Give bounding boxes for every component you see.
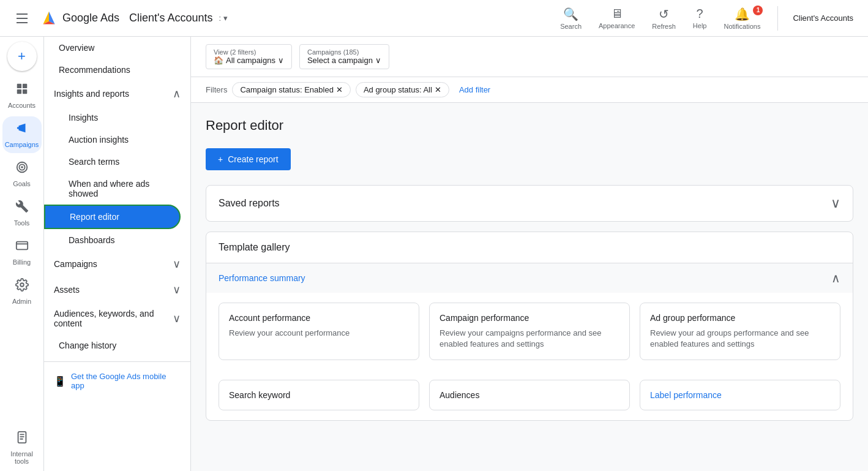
hamburger-icon xyxy=(17,13,28,23)
search-keyword-card[interactable]: Search keyword xyxy=(219,380,419,410)
nav-section-audiences[interactable]: Audiences, keywords, and content ∨ xyxy=(44,303,190,334)
appearance-nav-icon: 🖥 xyxy=(611,7,623,21)
campaign-status-chip-label: Campaign status: Enabled xyxy=(240,85,333,94)
icon-rail: + Accounts Campaigns Goals Tools xyxy=(0,37,44,471)
mobile-app-icon: 📱 xyxy=(54,375,66,387)
internal-tools-icon xyxy=(15,431,29,448)
nav-sidebar: Overview Recommendations Insights and re… xyxy=(44,37,191,471)
title-dropdown[interactable]: : ▾ xyxy=(219,13,228,23)
nav-when-where[interactable]: When and where ads showed xyxy=(44,173,190,205)
label-performance-card[interactable]: Label performance xyxy=(640,380,840,410)
svg-rect-5 xyxy=(22,84,26,88)
sidebar-item-admin[interactable]: Admin xyxy=(2,273,42,310)
search-nav-button[interactable]: 🔍 Search xyxy=(553,4,589,32)
create-report-button[interactable]: + Create report xyxy=(206,148,291,170)
goals-icon xyxy=(15,160,29,178)
nav-auction-insights-label: Auction insights xyxy=(69,135,129,145)
appearance-nav-button[interactable]: 🖥 Appearance xyxy=(591,4,642,32)
goals-label: Goals xyxy=(13,180,31,187)
hamburger-button[interactable] xyxy=(10,6,34,31)
nav-change-history[interactable]: Change history xyxy=(44,334,190,356)
content-header: View (2 filters) 🏠 All campaigns ∨ Campa… xyxy=(191,37,868,77)
view-filter-dropdown[interactable]: View (2 filters) 🏠 All campaigns ∨ xyxy=(206,44,292,69)
mobile-app-text: Get the Google Ads mobile app xyxy=(71,372,181,390)
nav-change-history-label: Change history xyxy=(59,341,116,350)
page-title: Report editor xyxy=(206,118,853,134)
nav-section-assets[interactable]: Assets ∨ xyxy=(44,277,190,303)
search-nav-icon: 🔍 xyxy=(563,7,578,21)
view-filter-chevron-icon: ∨ xyxy=(278,56,284,65)
nav-dashboards-label: Dashboards xyxy=(69,235,115,245)
notifications-nav-button[interactable]: 🔔 1 Notifications xyxy=(716,4,768,32)
tools-label: Tools xyxy=(14,219,30,227)
nav-auction-insights[interactable]: Auction insights xyxy=(44,129,190,151)
campaign-performance-card[interactable]: Campaign performance Review your campaig… xyxy=(429,303,630,360)
help-nav-label: Help xyxy=(693,22,707,29)
campaign-filter-value: Select a campaign ∨ xyxy=(307,56,381,65)
google-ads-triangle-icon xyxy=(39,9,59,28)
template-gallery-title: Template gallery xyxy=(219,242,290,252)
sidebar-item-billing[interactable]: Billing xyxy=(2,234,42,271)
nav-section-campaigns-label: Campaigns xyxy=(54,259,97,269)
sidebar-item-goals[interactable]: Goals xyxy=(2,156,42,192)
bottom-cards-grid: Search keyword Audiences Label performan… xyxy=(206,370,853,420)
refresh-nav-button[interactable]: ↺ Refresh xyxy=(645,4,683,32)
nav-section-insights-label: Insights and reports xyxy=(54,89,129,99)
nav-report-editor[interactable]: Report editor xyxy=(44,205,181,229)
saved-reports-header[interactable]: Saved reports ∨ xyxy=(206,186,853,221)
template-gallery-section: Template gallery Performance summary ∧ A… xyxy=(206,232,853,421)
performance-summary-title: Performance summary xyxy=(219,273,305,283)
sidebar-item-tools[interactable]: Tools xyxy=(2,195,42,232)
refresh-nav-label: Refresh xyxy=(652,23,676,30)
add-filter-button[interactable]: Add filter xyxy=(454,83,495,97)
ad-group-status-chip-label: Ad group status: All xyxy=(364,85,432,94)
ad-group-status-chip[interactable]: Ad group status: All ✕ xyxy=(356,82,449,97)
ad-group-performance-card[interactable]: Ad group performance Review your ad grou… xyxy=(640,303,840,360)
create-report-icon: + xyxy=(218,154,223,164)
campaign-filter-label: Campaigns (185) xyxy=(307,48,381,56)
account-performance-card[interactable]: Account performance Review your account … xyxy=(219,303,419,360)
sidebar-item-accounts[interactable]: Accounts xyxy=(2,77,42,114)
performance-summary-header[interactable]: Performance summary ∧ xyxy=(206,263,853,293)
help-nav-icon: ? xyxy=(697,7,703,21)
google-ads-logo[interactable]: Google Ads xyxy=(39,9,119,28)
sidebar-item-campaigns[interactable]: Campaigns xyxy=(2,116,42,153)
home-icon: 🏠 xyxy=(214,56,223,65)
mobile-app-link[interactable]: 📱 Get the Google Ads mobile app xyxy=(54,372,181,390)
campaign-status-chip[interactable]: Campaign status: Enabled ✕ xyxy=(232,82,350,97)
help-nav-button[interactable]: ? Help xyxy=(686,4,714,32)
main-content: View (2 filters) 🏠 All campaigns ∨ Campa… xyxy=(191,37,868,471)
svg-rect-12 xyxy=(16,242,27,250)
nav-search-terms[interactable]: Search terms xyxy=(44,151,190,173)
internal-tools-label: Internal tools xyxy=(5,450,39,465)
campaign-filter-dropdown[interactable]: Campaigns (185) Select a campaign ∨ xyxy=(299,44,389,69)
nav-section-insights-reports[interactable]: Insights and reports ∧ xyxy=(44,81,190,107)
svg-point-14 xyxy=(20,283,24,287)
nav-overview-label: Overview xyxy=(59,43,94,53)
appearance-nav-label: Appearance xyxy=(599,22,635,29)
notifications-nav-label: Notifications xyxy=(724,23,760,30)
sidebar-item-internal-tools[interactable]: Internal tools xyxy=(2,426,42,470)
account-performance-title: Account performance xyxy=(229,313,409,323)
view-filter-value: 🏠 All campaigns ∨ xyxy=(214,56,284,65)
nav-dashboards[interactable]: Dashboards xyxy=(44,229,190,251)
assets-chevron-icon: ∨ xyxy=(173,283,181,296)
nav-section-campaigns[interactable]: Campaigns ∨ xyxy=(44,251,190,277)
create-icon: + xyxy=(18,48,26,64)
campaign-performance-title: Campaign performance xyxy=(440,313,619,323)
filter-chips-bar: Filters Campaign status: Enabled ✕ Ad gr… xyxy=(191,77,868,103)
admin-icon xyxy=(15,278,29,295)
campaigns-icon xyxy=(15,121,29,138)
nav-recommendations[interactable]: Recommendations xyxy=(44,59,190,81)
create-button[interactable]: + xyxy=(7,42,37,71)
audiences-card[interactable]: Audiences xyxy=(429,380,630,410)
search-nav-label: Search xyxy=(560,23,582,30)
nav-overview[interactable]: Overview xyxy=(44,37,190,59)
accounts-label: Accounts xyxy=(8,102,36,109)
nav-footer: 📱 Get the Google Ads mobile app xyxy=(44,361,190,395)
nav-insights[interactable]: Insights xyxy=(44,107,190,129)
audiences-chevron-icon: ∨ xyxy=(173,312,181,325)
filters-label: Filters xyxy=(206,85,227,94)
billing-label: Billing xyxy=(13,258,31,266)
template-gallery-header: Template gallery xyxy=(206,232,853,263)
